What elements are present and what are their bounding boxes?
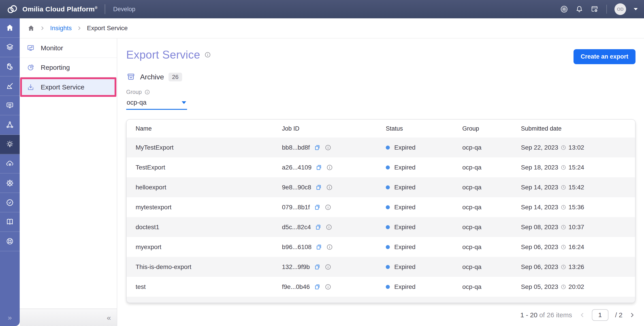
info-icon[interactable] [325, 284, 332, 290]
layers-icon [5, 43, 14, 52]
top-bar: Omilia Cloud Platform® Develop OD [0, 0, 644, 18]
sidebar-item-quality[interactable] [0, 193, 20, 212]
table-row[interactable]: myexport b96...6108 Expired ocp-qa Sep 0… [127, 237, 635, 257]
job-id: d5c...82c4 [282, 224, 311, 231]
clock-icon [560, 264, 566, 270]
column-header-name[interactable]: Name [136, 125, 282, 132]
status-text: Expired [394, 283, 416, 291]
copy-icon[interactable] [315, 184, 322, 191]
export-name: TestExport [136, 164, 282, 171]
group-value: ocp-qa [462, 204, 521, 211]
date-text: Sep 18, 2023 [521, 164, 558, 171]
copy-icon[interactable] [314, 264, 321, 270]
archive-icon [126, 72, 136, 82]
clock-icon [560, 224, 566, 230]
previous-page-icon[interactable] [579, 312, 585, 318]
column-header-submitted-date[interactable]: Submitted date [521, 125, 626, 132]
export-name: test [136, 283, 282, 291]
sidebar-item-insights[interactable] [0, 135, 20, 154]
group-value: ocp-qa [462, 184, 521, 191]
user-avatar[interactable]: OD [614, 3, 626, 15]
copy-icon[interactable] [316, 164, 322, 171]
main-content: Export Service Create an export Archive … [117, 38, 644, 326]
copy-icon[interactable] [314, 204, 321, 211]
status-dot [386, 205, 390, 209]
avatar-menu-caret-icon[interactable] [634, 8, 638, 10]
status-dot [386, 245, 390, 249]
sidebar-item-user-management[interactable] [0, 174, 20, 193]
sidebar-collapse-button[interactable]: « [107, 314, 111, 321]
next-page-icon[interactable] [629, 312, 636, 318]
app-window: Omilia Cloud Platform® Develop OD [0, 0, 644, 326]
copy-icon[interactable] [315, 224, 322, 231]
info-icon[interactable] [325, 204, 332, 211]
table-row-partial[interactable] [127, 297, 635, 303]
group-select-dropdown[interactable]: ocp-qa [126, 95, 187, 110]
chevron-right-icon [77, 25, 82, 31]
job-id: 9e8...90c8 [282, 184, 311, 191]
info-icon[interactable] [325, 264, 332, 270]
sidebar-item-network[interactable] [0, 115, 20, 135]
info-icon[interactable] [326, 164, 333, 171]
table-row[interactable]: helloexport 9e8...90c8 Expired ocp-qa Se… [127, 177, 635, 197]
sidebar-item-cloud-services[interactable] [0, 154, 20, 174]
sidebar-item-layers[interactable] [0, 38, 20, 57]
info-icon[interactable] [326, 224, 332, 231]
date-text: Sep 08, 2023 [521, 224, 558, 231]
settings-icon[interactable] [560, 5, 568, 13]
submenu-item-reporting[interactable]: Reporting [20, 58, 117, 77]
sidebar-item-components[interactable] [0, 57, 20, 77]
sidebar-item-home[interactable] [0, 18, 20, 38]
current-page-input[interactable]: 1 [592, 309, 608, 321]
title-info-icon[interactable] [204, 51, 211, 58]
pie-chart-icon [26, 63, 35, 72]
time-text: 13:26 [568, 263, 584, 271]
clock-icon [560, 284, 566, 290]
date-text: Sep 05, 2023 [521, 283, 558, 291]
status-dot [386, 185, 390, 189]
clock-icon [560, 244, 566, 250]
table-row[interactable]: test f9e...0b46 Expired ocp-qa Sep 05, 2… [127, 277, 635, 297]
secondary-sidebar: Monitor Reporting Export Service « [20, 38, 117, 326]
job-id: f9e...0b46 [282, 283, 310, 291]
sidebar-expand-button[interactable]: » [0, 309, 20, 326]
table-row[interactable]: mytestexport 079...8b1f Expired ocp-qa S… [127, 197, 635, 217]
info-icon[interactable] [326, 184, 333, 191]
sidebar-item-support[interactable] [0, 232, 20, 251]
sidebar-item-documentation[interactable] [0, 212, 20, 232]
submenu-item-monitor[interactable]: Monitor [20, 38, 117, 58]
status-dot [386, 285, 390, 289]
submenu-item-export-service[interactable]: Export Service [20, 77, 116, 97]
copy-icon[interactable] [314, 144, 321, 151]
console-settings-icon[interactable] [590, 5, 599, 13]
table-row[interactable]: doctest1 d5c...82c4 Expired ocp-qa Sep 0… [127, 217, 635, 237]
gear-user-icon [5, 179, 14, 188]
group-selected-value: ocp-qa [127, 99, 146, 106]
breadcrumb-link-insights[interactable]: Insights [50, 24, 72, 32]
info-icon[interactable] [325, 144, 332, 151]
book-icon [5, 217, 14, 226]
job-id: b96...6108 [282, 244, 312, 251]
column-header-status[interactable]: Status [386, 125, 462, 132]
date-text: Sep 14, 2023 [521, 184, 558, 191]
table-row[interactable]: MyTestExport bb8...bd8f Expired ocp-qa S… [127, 137, 635, 157]
status-text: Expired [394, 204, 416, 211]
status-text: Expired [394, 164, 416, 171]
home-icon [5, 23, 14, 32]
group-info-icon[interactable] [144, 89, 150, 95]
info-icon[interactable] [326, 244, 333, 250]
column-header-job-id[interactable]: Job ID [282, 125, 386, 132]
notifications-bell-icon[interactable] [575, 5, 584, 13]
breadcrumb: Insights Export Service [20, 18, 644, 38]
column-header-group[interactable]: Group [462, 125, 521, 132]
copy-icon[interactable] [316, 244, 322, 250]
table-row[interactable]: TestExport a26...4109 Expired ocp-qa Sep… [127, 157, 635, 177]
create-export-button[interactable]: Create an export [574, 49, 636, 64]
date-text: Sep 14, 2023 [521, 204, 558, 211]
table-row[interactable]: This-is-demo-export 132...9f9b Expired o… [127, 257, 635, 277]
breadcrumb-home-icon[interactable] [27, 24, 35, 32]
sidebar-item-conversations[interactable] [0, 96, 20, 115]
job-id: 079...8b1f [282, 204, 310, 211]
copy-icon[interactable] [314, 284, 321, 290]
sidebar-item-design[interactable] [0, 76, 20, 96]
